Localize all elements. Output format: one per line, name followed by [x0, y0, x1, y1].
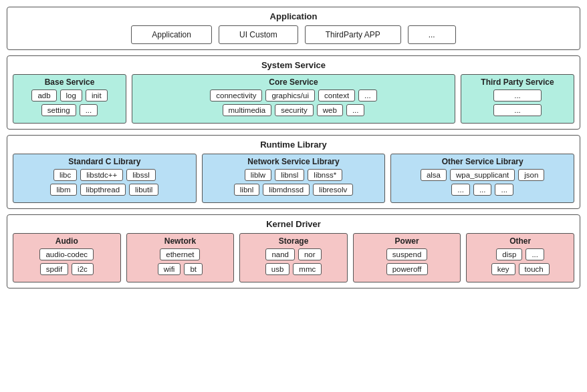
power-row1: suspend — [358, 248, 457, 260]
tag-json: json — [518, 169, 544, 181]
tag-audio-codec: audio-codec — [39, 248, 94, 260]
tag-core-dots2: ... — [346, 104, 365, 116]
network-service-group: Network Service Library liblw libnsl lib… — [202, 154, 386, 203]
tag-libresolv: libresolv — [313, 184, 353, 196]
application-items-row: Application UI Custom ThirdParty APP ... — [13, 25, 574, 44]
audio-group: Audio audio-codec spdif i2c — [13, 233, 121, 282]
other-row1: alsa wpa_supplicant json — [395, 169, 570, 181]
tag-log: log — [60, 89, 82, 102]
core-service-row2: multimedia security web ... — [136, 104, 451, 116]
tag-init: init — [86, 89, 108, 102]
power-group: Power suspend poweroff — [353, 233, 461, 282]
tag-libstdcpp: libstdc++ — [80, 169, 123, 181]
tag-mmc: mmc — [293, 263, 322, 275]
audio-row1: audio-codec — [17, 248, 116, 260]
other-kernel-row2: key touch — [471, 263, 570, 275]
kernel-driver-layer: Kernel Driver Audio audio-codec spdif i2… — [7, 214, 580, 288]
std-c-title: Standard C Library — [17, 157, 192, 166]
other-service-title: Other Service Library — [395, 157, 570, 166]
app-item-dots: ... — [408, 25, 456, 44]
runtime-library-layer: Runtime Library Standard C Library libc … — [7, 135, 580, 209]
power-row2: poweroff — [358, 263, 457, 275]
other-kernel-row1: disp ... — [471, 248, 570, 260]
storage-row1: nand nor — [244, 248, 343, 260]
kernel-driver-row: Audio audio-codec spdif i2c Newtork ethe… — [13, 233, 574, 282]
power-title: Power — [358, 236, 457, 246]
core-service-group: Core Service connectivity graphics/ui co… — [132, 74, 455, 124]
audio-title: Audio — [17, 236, 116, 246]
tag-libnsl: libnsl — [275, 169, 304, 181]
tag-other-dots3: ... — [495, 184, 513, 196]
third-party-row1: ... — [465, 89, 570, 102]
tag-libm: libm — [50, 184, 76, 196]
tag-suspend: suspend — [386, 248, 427, 260]
kernel-driver-title: Kernel Driver — [13, 219, 574, 229]
tag-usb: usb — [265, 263, 290, 275]
storage-title: Storage — [244, 236, 343, 246]
tag-libnss: libnss* — [308, 169, 342, 181]
tag-libnl: libnl — [234, 184, 259, 196]
network-row1: liblw libnsl libnss* — [207, 169, 381, 181]
network-krow1: ethernet — [131, 248, 230, 260]
tag-base-dots: ... — [80, 104, 98, 116]
network-row2: libnl libmdnssd libresolv — [207, 184, 381, 196]
other-kernel-title: Other — [471, 236, 570, 246]
tag-nand: nand — [265, 248, 295, 260]
system-service-layer: System Service Base Service adb log init… — [7, 55, 580, 130]
system-service-row: Base Service adb log init setting ... Co… — [13, 74, 574, 124]
std-c-row1: libc libstdc++ libssl — [17, 169, 192, 181]
base-service-title: Base Service — [17, 77, 122, 87]
tag-i2c: i2c — [72, 263, 94, 275]
tag-third-dots2: ... — [493, 104, 542, 116]
tag-graphicsui: graphics/ui — [265, 89, 315, 102]
storage-group: Storage nand nor usb mmc — [239, 233, 348, 282]
tag-libpthread: libpthread — [80, 184, 126, 196]
other-service-group: Other Service Library alsa wpa_supplican… — [390, 154, 574, 203]
network-group: Newtork ethernet wifi bt — [126, 233, 235, 282]
tag-security: security — [275, 104, 314, 116]
tag-other-k-dots: ... — [525, 248, 544, 260]
network-krow2: wifi bt — [131, 263, 230, 275]
third-party-service-group: Third Party Service ... ... — [461, 74, 574, 124]
other-row2: ... ... ... — [395, 184, 570, 196]
tag-disp: disp — [496, 248, 522, 260]
tag-multimedia: multimedia — [223, 104, 272, 116]
app-item-thirdparty: ThirdParty APP — [305, 25, 401, 44]
tag-other-dots1: ... — [451, 184, 470, 196]
tag-libc: libc — [53, 169, 77, 181]
tag-wifi: wifi — [158, 263, 181, 275]
tag-third-dots1: ... — [493, 89, 542, 102]
tag-alsa: alsa — [421, 169, 447, 181]
base-service-row1: adb log init — [17, 89, 122, 102]
system-service-title: System Service — [13, 60, 574, 70]
tag-web: web — [317, 104, 343, 116]
application-layer: Application Application UI Custom ThirdP… — [7, 7, 580, 50]
application-layer-title: Application — [13, 11, 574, 21]
app-item-uicustom: UI Custom — [219, 25, 298, 44]
tag-libssl: libssl — [126, 169, 156, 181]
tag-nor: nor — [298, 248, 322, 260]
third-party-service-title: Third Party Service — [465, 77, 570, 87]
tag-poweroff: poweroff — [386, 263, 428, 275]
tag-key: key — [491, 263, 515, 275]
other-kernel-group: Other disp ... key touch — [466, 233, 574, 282]
network-service-title: Network Service Library — [207, 157, 381, 166]
tag-other-dots2: ... — [473, 184, 492, 196]
tag-connectivity: connectivity — [210, 89, 262, 102]
base-service-row2: setting ... — [17, 104, 122, 116]
tag-adb: adb — [31, 89, 56, 102]
storage-row2: usb mmc — [244, 263, 343, 275]
tag-bt: bt — [184, 263, 203, 275]
std-c-group: Standard C Library libc libstdc++ libssl… — [13, 154, 197, 203]
tag-context: context — [318, 89, 355, 102]
tag-core-dots1: ... — [358, 89, 377, 102]
tag-spdif: spdif — [40, 263, 68, 275]
tag-libmdnssd: libmdnssd — [263, 184, 310, 196]
runtime-library-title: Runtime Library — [13, 140, 574, 150]
third-party-row2: ... — [465, 104, 570, 116]
tag-ethernet: ethernet — [160, 248, 200, 260]
core-service-row1: connectivity graphics/ui context ... — [136, 89, 451, 102]
std-c-row2: libm libpthread libutil — [17, 184, 192, 196]
tag-touch: touch — [519, 263, 550, 275]
network-title: Newtork — [131, 236, 230, 246]
